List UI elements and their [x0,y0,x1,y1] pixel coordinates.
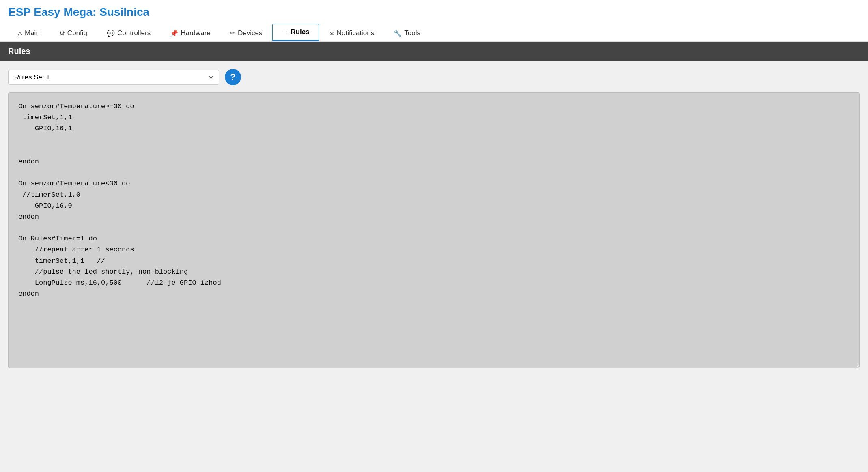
nav-tab-controllers[interactable]: 💬Controllers [97,25,160,41]
notifications-tab-icon: ✉ [329,30,334,37]
page-content: Rules Set 1Rules Set 2Rules Set 3Rules S… [0,61,868,378]
page-section-header: Rules [0,42,868,61]
main-tab-icon: △ [17,30,22,37]
rules-tab-label: Rules [291,28,309,36]
hardware-tab-label: Hardware [181,29,211,37]
controllers-tab-icon: 💬 [107,30,115,37]
config-tab-icon: ⚙ [59,30,65,37]
nav-tab-hardware[interactable]: 📌Hardware [161,25,220,41]
config-tab-label: Config [67,29,87,37]
nav-tab-rules[interactable]: →Rules [272,24,319,41]
rules-tab-icon: → [282,28,288,36]
rules-editor[interactable] [8,92,860,368]
nav-tab-devices[interactable]: ✏Devices [221,25,271,41]
nav-tab-config[interactable]: ⚙Config [50,25,97,41]
nav-tabs: △Main⚙Config💬Controllers📌Hardware✏Device… [8,24,860,41]
devices-tab-icon: ✏ [230,30,235,37]
nav-tab-main[interactable]: △Main [8,25,49,41]
rules-set-select[interactable]: Rules Set 1Rules Set 2Rules Set 3Rules S… [8,70,219,85]
nav-tab-tools[interactable]: 🔧Tools [384,25,430,41]
nav-tab-notifications[interactable]: ✉Notifications [320,25,384,41]
controllers-tab-label: Controllers [117,29,151,37]
devices-tab-label: Devices [238,29,262,37]
tools-tab-label: Tools [404,29,420,37]
notifications-tab-label: Notifications [337,29,375,37]
hardware-tab-icon: 📌 [170,30,178,37]
main-tab-label: Main [25,29,40,37]
app-title: ESP Easy Mega: Susilnica [8,6,860,19]
help-button[interactable]: ? [225,69,241,85]
app-header: ESP Easy Mega: Susilnica △Main⚙Config💬Co… [0,0,868,42]
rules-set-row: Rules Set 1Rules Set 2Rules Set 3Rules S… [8,69,860,85]
tools-tab-icon: 🔧 [394,30,402,37]
